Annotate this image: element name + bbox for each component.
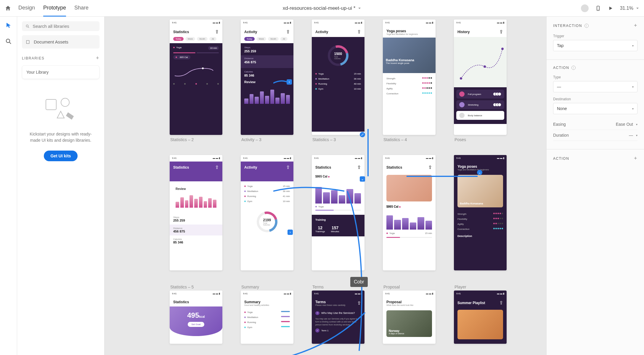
playlist-image <box>457 310 503 339</box>
select-tool[interactable] <box>5 22 12 30</box>
trigger-label: Trigger <box>553 34 637 38</box>
svg-line-3 <box>9 42 11 44</box>
document-icon <box>25 40 30 44</box>
library-search[interactable] <box>22 21 99 31</box>
artboard-title: Activity <box>244 30 257 34</box>
play-icon[interactable] <box>608 5 614 11</box>
your-library-item[interactable]: Your Library <box>22 65 99 79</box>
topbar: Design Prototype Share xd-resources-soci… <box>0 0 644 17</box>
donut-chart: 2199Total Calories <box>257 212 277 232</box>
kickstart-text: Kickstart your designs with ready-made U… <box>25 131 97 143</box>
ui-kits-illustration-icon <box>43 95 78 122</box>
action2-label: ACTION <box>553 156 569 161</box>
svg-point-12 <box>501 48 504 50</box>
action-label: ACTION <box>553 66 569 70</box>
artboard-label: Summary <box>241 285 306 289</box>
artboard-statistics-4[interactable]: 9:41▬ ▬ ▮ Yoga posesYoga and Meditation … <box>383 20 436 135</box>
duration-label: Duration <box>553 133 569 138</box>
tab-prototype[interactable]: Prototype <box>43 0 66 17</box>
prototype-wire <box>270 312 371 355</box>
artboard-label: Statistics – 4 <box>383 137 448 142</box>
left-toolbar <box>0 17 17 355</box>
wire-arrow-icon[interactable]: ⌄ <box>360 176 365 182</box>
get-ui-kits-button[interactable]: Get UI kits <box>44 151 77 161</box>
artboard-statistics-review[interactable]: 9:41▬ ▬ ▮ Statistics⇪ Review Steps255 25… <box>170 155 222 270</box>
prototype-wire <box>407 172 484 181</box>
artboard-statistics-5[interactable]: 9:41▬ ▬ ▮ Statistics 495kcal Set Goal <box>170 291 222 344</box>
donut-chart: 1500Total Calories <box>328 45 349 66</box>
line-chart <box>173 62 215 80</box>
artboard-label: Activity – 3 <box>241 137 306 142</box>
info-icon[interactable]: i <box>584 24 589 28</box>
svg-line-5 <box>28 27 29 28</box>
trigger-select[interactable]: Tap▾ <box>553 40 637 51</box>
type-select[interactable]: —▾ <box>553 81 637 92</box>
tooltip: Cobr <box>350 277 368 287</box>
assets-panel: Document Assets LIBRARIES + Your Library… <box>17 17 105 355</box>
search-input[interactable] <box>33 24 96 29</box>
artboard-player[interactable]: 9:41▬ ▬ ▮ Summer Playlist⇪ <box>454 291 507 344</box>
svg-point-8 <box>61 98 69 106</box>
user-avatar[interactable] <box>581 4 589 12</box>
destination-label: Destination <box>553 97 637 101</box>
add-interaction-button[interactable]: + <box>634 22 637 29</box>
topbar-left: Design Prototype Share <box>5 0 89 17</box>
add-action-button[interactable]: + <box>634 155 637 162</box>
mobile-preview-icon[interactable] <box>595 5 601 11</box>
artboard-proposal[interactable]: 9:41▬ ▬ ▮ ProposalWhat does the world lo… <box>383 291 436 344</box>
artboard-label: Statistics – 5 <box>170 285 235 289</box>
svg-point-9 <box>202 67 204 69</box>
zoom-value: 31.1% <box>620 6 633 11</box>
tab-design[interactable]: Design <box>18 0 35 17</box>
destination-select[interactable]: None▾ <box>553 103 637 114</box>
document-assets-button[interactable]: Document Assets <box>22 35 99 49</box>
wire-arrow-icon[interactable]: › <box>287 79 292 85</box>
wire-arrow-icon[interactable]: › <box>288 230 293 235</box>
libraries-label: LIBRARIES <box>22 56 44 60</box>
artboard-title: Activity <box>315 30 328 34</box>
chevron-down-icon: ▾ <box>632 44 634 47</box>
document-name: xd-resources-social-meet-up-ui * <box>283 5 356 11</box>
home-icon[interactable] <box>5 5 11 12</box>
chevron-down-icon <box>636 7 639 10</box>
add-library-button[interactable]: + <box>96 55 99 61</box>
pill-today: Today <box>173 37 184 41</box>
prototype-wire <box>273 182 350 200</box>
search-tool[interactable] <box>5 38 12 46</box>
zoom-control[interactable]: 31.1% <box>620 6 639 11</box>
artboard-statistics-3[interactable]: 9:41▬ ▬ ▮ Activity⇪ 1500Total Calories Y… <box>312 20 364 135</box>
topbar-right: 31.1% <box>581 4 639 12</box>
proposal-image: Norway 4 days of silence <box>386 310 432 337</box>
type-label: Type <box>553 75 637 79</box>
svg-rect-6 <box>26 40 29 43</box>
map <box>454 37 507 87</box>
mode-tabs: Design Prototype Share <box>18 0 89 17</box>
document-title[interactable]: xd-resources-social-meet-up-ui * <box>283 5 362 11</box>
status-bar: 9:41▬ ▬ ▮ <box>170 20 222 26</box>
interaction-label: INTERACTION <box>553 24 582 28</box>
main: Document Assets LIBRARIES + Your Library… <box>0 17 644 355</box>
chevron-down-icon <box>358 7 361 10</box>
artboard-label: Statistics – 2 <box>170 137 235 142</box>
wire-node[interactable]: ⤢ <box>360 132 365 137</box>
info-icon[interactable]: i <box>571 66 576 70</box>
svg-point-10 <box>460 77 462 80</box>
artboard-label: Player <box>454 285 519 289</box>
canvas[interactable]: 9:41▬ ▬ ▮ Statistics⇪ TodayWeekMonthAll … <box>105 17 546 355</box>
svg-point-2 <box>6 39 10 43</box>
search-icon <box>25 24 30 29</box>
set-goal-button[interactable]: Set Goal <box>188 322 204 327</box>
prototype-wire <box>362 129 374 182</box>
doc-assets-label: Document Assets <box>34 39 68 44</box>
svg-rect-7 <box>46 99 56 110</box>
easing-value[interactable]: Ease Out <box>616 122 633 127</box>
artboard-poses[interactable]: 9:41▬ ▬ ▮ History⇪ Full program Stretchi… <box>454 20 507 135</box>
artboard-activity-donut[interactable]: 9:41▬ ▬ ▮ Activity⇪ Yoga15 min Meditatio… <box>241 155 293 270</box>
properties-panel: INTERACTIONi+ Trigger Tap▾ ACTIONi Type … <box>546 17 644 355</box>
tab-share[interactable]: Share <box>74 0 89 17</box>
wire-node[interactable]: ⌄ <box>477 170 482 175</box>
artboard-statistics-2[interactable]: 9:41▬ ▬ ▮ Statistics⇪ TodayWeekMonthAll … <box>170 20 222 135</box>
duration-value[interactable]: — <box>629 133 633 138</box>
kickstart-promo: Kickstart your designs with ready-made U… <box>22 95 99 161</box>
yoga-hero-image: Baddha KonasanaThe bound angle pose <box>383 38 436 73</box>
